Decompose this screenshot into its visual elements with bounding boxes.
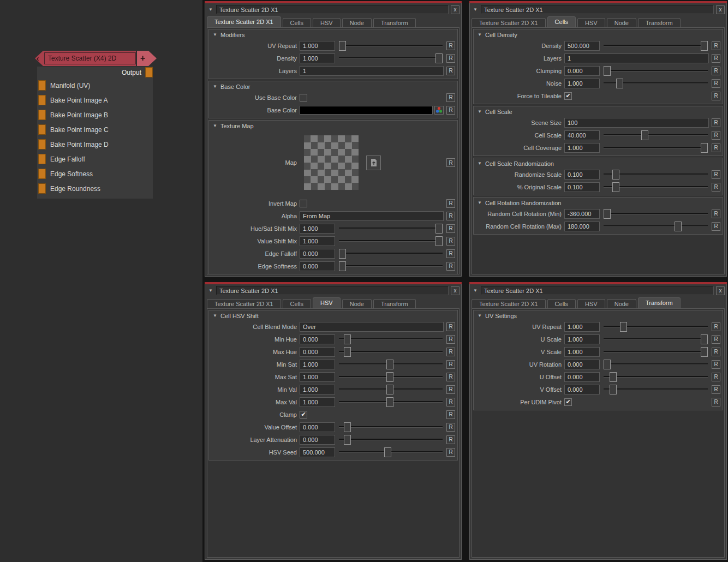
uv-repeat-field[interactable]: 1.000 <box>564 322 600 332</box>
randomize-scale-slider[interactable] <box>604 168 708 181</box>
invert-map-reset-button[interactable]: R <box>446 199 455 208</box>
close-button[interactable]: x <box>451 5 460 14</box>
collapse-arrow-icon[interactable]: ▼ <box>477 32 482 37</box>
use-base-color-reset-button[interactable]: R <box>446 93 455 102</box>
edge-roundness-reset-button[interactable]: R <box>446 274 455 275</box>
uv-repeat-slider[interactable] <box>339 39 443 52</box>
collapse-arrow-icon[interactable]: ▼ <box>212 84 218 89</box>
bake-point-image-c-connector[interactable] <box>38 124 46 135</box>
max-val-field[interactable]: 1.000 <box>300 397 335 407</box>
tab-transform[interactable]: Transform <box>638 297 681 308</box>
clumping-reset-button[interactable]: R <box>712 67 720 75</box>
randomize-scale-slider-handle[interactable] <box>612 170 619 180</box>
max-hue-field[interactable]: 0.000 <box>300 347 335 357</box>
load-image-button[interactable] <box>366 156 381 170</box>
u-scale-slider-handle[interactable] <box>701 334 708 344</box>
edge-falloff-field[interactable]: 0.000 <box>300 249 335 259</box>
u-offset-field[interactable]: 0.000 <box>564 372 600 382</box>
cell-scale-slider[interactable] <box>604 129 708 141</box>
edge-falloff-slider[interactable] <box>339 247 443 260</box>
cell-scale-slider-handle[interactable] <box>641 130 648 140</box>
map-thumbnail[interactable] <box>304 135 359 190</box>
min-val-reset-button[interactable]: R <box>446 385 455 394</box>
uv-rotation-slider-handle[interactable] <box>604 360 611 369</box>
randomize-scale-reset-button[interactable]: R <box>712 170 720 179</box>
hue-sat-shift-mix-slider[interactable] <box>339 222 443 235</box>
bake-point-image-b-connector[interactable] <box>38 110 46 120</box>
random-cell-rotation-max-reset-button[interactable]: R <box>712 222 720 231</box>
tab-cells[interactable]: Cells <box>283 18 311 27</box>
edge-falloff-slider-handle[interactable] <box>339 249 346 259</box>
collapse-arrow-icon[interactable]: ▼ <box>477 313 482 318</box>
v-offset-slider-handle[interactable] <box>610 385 617 394</box>
panel-title-field[interactable]: Texture Scatter 2D X1 <box>481 5 714 14</box>
tab-transform[interactable]: Transform <box>638 18 681 27</box>
tab-node[interactable]: Node <box>342 299 372 308</box>
max-hue-slider[interactable] <box>339 345 443 358</box>
per-udim-pivot-reset-button[interactable]: R <box>712 398 720 406</box>
density-field[interactable]: 500.000 <box>564 41 600 51</box>
density-reset-button[interactable]: R <box>712 41 720 50</box>
density-slider[interactable] <box>339 52 443 64</box>
min-sat-reset-button[interactable]: R <box>446 360 455 369</box>
edge-roundness-connector[interactable] <box>38 183 46 194</box>
edge-softness-reset-button[interactable]: R <box>446 262 455 271</box>
tab-hsv[interactable]: HSV <box>313 297 341 308</box>
v-scale-field[interactable]: 1.000 <box>564 347 600 357</box>
map-reset-button[interactable]: R <box>446 158 455 167</box>
uv-repeat-slider-handle[interactable] <box>339 41 346 51</box>
per-udim-pivot-checkbox[interactable]: ✔ <box>564 398 572 406</box>
random-cell-rotation-min-slider[interactable] <box>604 207 708 220</box>
tab-transform[interactable]: Transform <box>373 299 416 308</box>
collapse-arrow-icon[interactable]: ▼ <box>212 123 218 128</box>
uv-repeat-slider-handle[interactable] <box>620 322 627 332</box>
random-cell-rotation-max-slider[interactable] <box>604 220 708 232</box>
base-color-swatch[interactable] <box>300 106 433 115</box>
cell-blend-mode-reset-button[interactable]: R <box>446 322 455 331</box>
close-button[interactable]: x <box>451 286 460 295</box>
use-base-color-checkbox[interactable] <box>300 94 307 101</box>
min-sat-slider-handle[interactable] <box>386 360 393 369</box>
cell-coverage-field[interactable]: 1.000 <box>564 143 600 153</box>
node-add-button[interactable]: + <box>136 51 157 66</box>
min-hue-reset-button[interactable]: R <box>446 335 455 344</box>
min-hue-slider-handle[interactable] <box>344 334 351 344</box>
manifold-uv-connector[interactable] <box>38 80 46 91</box>
tab-cells[interactable]: Cells <box>547 299 576 308</box>
hsv-seed-reset-button[interactable]: R <box>446 448 455 457</box>
u-offset-reset-button[interactable]: R <box>712 373 720 381</box>
cell-blend-mode-dropdown[interactable]: Over <box>300 322 444 332</box>
max-sat-slider[interactable] <box>339 370 443 383</box>
edge-roundness-field[interactable]: 0.000 <box>300 274 335 275</box>
original-scale-reset-button[interactable]: R <box>712 183 720 192</box>
collapse-arrow-icon[interactable]: ▼ <box>472 288 479 293</box>
random-cell-rotation-min-reset-button[interactable]: R <box>712 210 720 218</box>
uv-rotation-field[interactable]: 0.000 <box>564 360 600 369</box>
original-scale-slider-handle[interactable] <box>612 182 619 192</box>
randomize-scale-field[interactable]: 0.100 <box>564 170 600 180</box>
layers-reset-button[interactable]: R <box>446 67 455 75</box>
tab-hsv[interactable]: HSV <box>577 18 605 27</box>
hue-sat-shift-mix-field[interactable]: 1.000 <box>300 224 335 234</box>
collapse-arrow-icon[interactable]: ▼ <box>212 313 218 318</box>
tab-texture-scatter-2d-x1[interactable]: Texture Scatter 2D X1 <box>472 299 546 308</box>
original-scale-slider[interactable] <box>604 181 708 193</box>
tab-hsv[interactable]: HSV <box>313 18 341 27</box>
u-offset-slider-handle[interactable] <box>610 372 617 382</box>
u-scale-reset-button[interactable]: R <box>712 335 720 344</box>
tab-texture-scatter-2d-x1[interactable]: Texture Scatter 2D X1 <box>472 18 546 27</box>
tab-cells[interactable]: Cells <box>547 16 576 27</box>
value-shift-mix-slider[interactable] <box>339 235 443 247</box>
panel-title-field[interactable]: Texture Scatter 2D X1 <box>216 286 449 295</box>
tab-node[interactable]: Node <box>607 18 636 27</box>
collapse-arrow-icon[interactable]: ▼ <box>207 288 214 293</box>
v-scale-slider[interactable] <box>604 345 708 358</box>
u-scale-slider[interactable] <box>604 333 708 345</box>
clamp-checkbox[interactable]: ✔ <box>300 411 307 418</box>
value-shift-mix-field[interactable]: 1.000 <box>300 236 335 246</box>
edge-falloff-connector[interactable] <box>38 154 46 164</box>
noise-reset-button[interactable]: R <box>712 79 720 88</box>
density-reset-button[interactable]: R <box>446 54 455 63</box>
layer-attenuation-slider-handle[interactable] <box>344 435 351 445</box>
edge-roundness-slider-handle[interactable] <box>339 274 346 275</box>
